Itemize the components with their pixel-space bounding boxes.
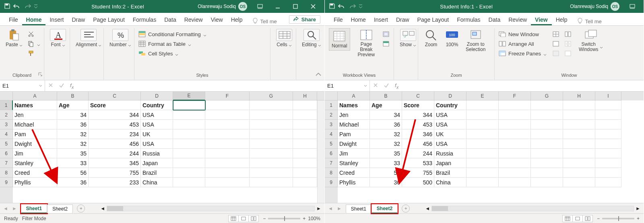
menu-insert[interactable]: Insert bbox=[45, 14, 68, 25]
column-header[interactable]: I bbox=[595, 92, 621, 100]
cell[interactable] bbox=[173, 129, 205, 139]
cell[interactable] bbox=[173, 110, 205, 120]
cell[interactable] bbox=[466, 139, 499, 149]
user-account[interactable]: Olanrewaju Sodiq OS bbox=[570, 2, 619, 11]
cell[interactable] bbox=[205, 100, 250, 110]
cell[interactable] bbox=[499, 129, 531, 139]
column-header[interactable]: B bbox=[370, 92, 402, 100]
cells-group[interactable]: Cells bbox=[275, 28, 294, 48]
collapse-ribbon-icon[interactable] bbox=[316, 72, 321, 78]
zoom-slider[interactable]: − + 100% bbox=[263, 216, 320, 221]
cell[interactable] bbox=[293, 100, 317, 110]
cell[interactable] bbox=[595, 129, 621, 139]
row-header[interactable]: 2 bbox=[325, 110, 338, 120]
cell[interactable] bbox=[173, 158, 205, 168]
cell[interactable] bbox=[205, 168, 250, 178]
conditional-formatting-button[interactable]: Conditional Formatting bbox=[138, 30, 206, 39]
cell[interactable]: Dwight bbox=[13, 139, 57, 149]
zoom-out-icon[interactable]: − bbox=[597, 216, 600, 221]
cell[interactable] bbox=[499, 158, 531, 168]
cell[interactable]: Phyllis bbox=[13, 178, 57, 187]
cell[interactable]: Jen bbox=[13, 110, 57, 120]
cell[interactable]: 345 bbox=[89, 158, 141, 168]
page-layout-view-icon[interactable] bbox=[238, 215, 249, 222]
cell[interactable] bbox=[563, 129, 595, 139]
cell[interactable] bbox=[595, 158, 621, 168]
cell[interactable]: USA bbox=[434, 139, 466, 149]
row-header[interactable]: 1 bbox=[325, 100, 338, 110]
cell[interactable]: Names bbox=[338, 100, 370, 110]
next-sheet-icon[interactable]: ► bbox=[337, 206, 342, 211]
menu-view[interactable]: View bbox=[207, 14, 227, 25]
paste-button[interactable]: Paste bbox=[4, 28, 24, 48]
cell[interactable]: 34 bbox=[57, 110, 89, 120]
unhide-button[interactable] bbox=[552, 49, 559, 58]
cell[interactable]: 56 bbox=[370, 168, 402, 178]
cell[interactable] bbox=[173, 149, 205, 158]
format-painter-button[interactable] bbox=[27, 49, 40, 58]
cell[interactable] bbox=[531, 120, 563, 129]
row-header[interactable]: 5 bbox=[0, 139, 13, 149]
cell[interactable] bbox=[250, 129, 293, 139]
cell[interactable]: Russia bbox=[141, 149, 173, 158]
cell[interactable]: Country bbox=[141, 100, 173, 110]
cell[interactable]: 244 bbox=[89, 149, 141, 158]
cell[interactable] bbox=[173, 120, 205, 129]
cell[interactable] bbox=[595, 139, 621, 149]
menu-formulas[interactable]: Formulas bbox=[129, 14, 160, 25]
zoom-level[interactable]: 100% bbox=[308, 216, 320, 221]
zoom-in-icon[interactable]: + bbox=[637, 216, 640, 221]
cell[interactable] bbox=[205, 110, 250, 120]
close-button[interactable] bbox=[304, 0, 322, 13]
cell[interactable] bbox=[466, 100, 499, 110]
reset-window-button[interactable] bbox=[564, 49, 572, 58]
cell[interactable]: USA bbox=[141, 110, 173, 120]
cell[interactable] bbox=[466, 110, 499, 120]
cell[interactable]: 233 bbox=[89, 178, 141, 187]
row-header[interactable]: 8 bbox=[325, 168, 338, 178]
cell[interactable] bbox=[531, 100, 563, 110]
cell[interactable]: China bbox=[141, 178, 173, 187]
cell[interactable]: Dwight bbox=[338, 139, 370, 149]
column-header[interactable]: G bbox=[250, 92, 293, 100]
show-group[interactable]: Show bbox=[398, 28, 418, 48]
column-header[interactable]: H bbox=[293, 92, 317, 100]
select-all-corner[interactable] bbox=[325, 92, 338, 100]
cell[interactable] bbox=[499, 178, 531, 187]
cell[interactable]: Creed bbox=[338, 168, 370, 178]
zoom-button[interactable]: Zoom bbox=[422, 28, 440, 48]
cell[interactable]: UK bbox=[434, 129, 466, 139]
qat-dropdown-icon[interactable] bbox=[359, 4, 363, 10]
cell[interactable] bbox=[499, 100, 531, 110]
column-header[interactable]: C bbox=[402, 92, 434, 100]
redo-icon[interactable] bbox=[348, 3, 356, 10]
cell[interactable] bbox=[563, 100, 595, 110]
row-header[interactable]: 1 bbox=[0, 100, 13, 110]
sheet-tab-sheet2[interactable]: Sheet2 bbox=[47, 205, 73, 213]
redo-icon[interactable] bbox=[23, 3, 31, 10]
column-header[interactable]: G bbox=[531, 92, 563, 100]
enter-formula-icon[interactable] bbox=[384, 83, 389, 89]
column-header[interactable]: H bbox=[563, 92, 595, 100]
cell[interactable]: China bbox=[434, 178, 466, 187]
cell[interactable] bbox=[173, 139, 205, 149]
row-header[interactable]: 4 bbox=[0, 129, 13, 139]
number-group[interactable]: % Number bbox=[108, 28, 133, 48]
cell[interactable] bbox=[595, 178, 621, 187]
cell[interactable] bbox=[293, 120, 317, 129]
cell[interactable]: Stanley bbox=[13, 158, 57, 168]
column-header[interactable]: E bbox=[466, 92, 499, 100]
cell[interactable] bbox=[250, 100, 293, 110]
menu-view[interactable]: View bbox=[531, 14, 552, 25]
cell[interactable]: 35 bbox=[370, 149, 402, 158]
custom-views-button[interactable] bbox=[382, 39, 390, 48]
undo-icon[interactable] bbox=[13, 3, 21, 10]
cell[interactable]: 36 bbox=[57, 120, 89, 129]
tell-me[interactable]: Tell me bbox=[577, 18, 602, 25]
cell[interactable] bbox=[205, 178, 250, 187]
menu-file[interactable]: File bbox=[330, 14, 347, 25]
cell[interactable]: Jen bbox=[338, 110, 370, 120]
column-header[interactable]: A bbox=[13, 92, 57, 100]
page-break-view-icon[interactable] bbox=[582, 215, 593, 222]
spreadsheet-grid[interactable]: ABCDEFGHI 123456789 NamesAgeScoreCountry… bbox=[325, 92, 644, 203]
